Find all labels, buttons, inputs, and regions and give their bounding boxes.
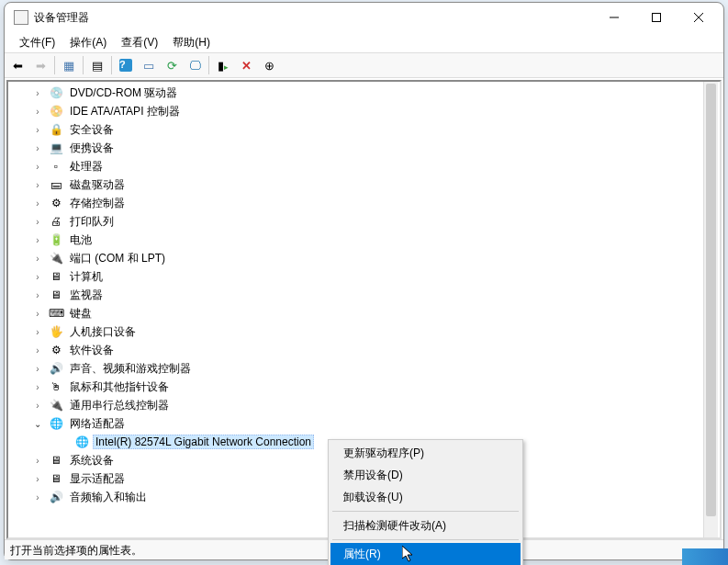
tree-node[interactable]: ›⚙存储控制器 bbox=[8, 194, 720, 212]
uninstall-button[interactable]: ✕ bbox=[235, 54, 257, 76]
chevron-right-icon[interactable]: › bbox=[30, 345, 45, 356]
chevron-right-icon[interactable]: › bbox=[30, 272, 45, 282]
vertical-scrollbar[interactable] bbox=[703, 82, 718, 537]
chevron-right-icon[interactable]: › bbox=[30, 125, 45, 135]
scan-button[interactable]: 🖵 bbox=[184, 54, 206, 76]
enable-button[interactable]: ▮▸ bbox=[212, 54, 234, 76]
device-category-icon: 🔊 bbox=[49, 361, 63, 376]
taskbar-edge bbox=[682, 548, 728, 565]
device-category-icon: 🔌 bbox=[49, 251, 63, 266]
chevron-right-icon[interactable]: › bbox=[30, 401, 45, 411]
properties-button[interactable]: ▤ bbox=[86, 54, 108, 76]
device-category-icon: 🖴 bbox=[49, 177, 63, 192]
device-category-icon: 📀 bbox=[49, 104, 63, 119]
refresh-button[interactable]: ⟳ bbox=[161, 54, 183, 76]
menu-view[interactable]: 查看(V) bbox=[114, 33, 165, 52]
chevron-right-icon[interactable]: › bbox=[30, 107, 45, 117]
tree-node[interactable]: ›🔊声音、视频和游戏控制器 bbox=[8, 359, 720, 378]
tree-icon: ▦ bbox=[63, 59, 74, 73]
tree-node[interactable]: ›🔋电池 bbox=[8, 231, 720, 249]
device-category-icon: ▫ bbox=[49, 159, 63, 174]
chevron-right-icon[interactable]: › bbox=[30, 290, 45, 300]
forward-button[interactable]: ➡ bbox=[29, 54, 51, 76]
ctx-properties[interactable]: 属性(R) bbox=[330, 543, 521, 565]
arrow-right-icon: ➡ bbox=[36, 59, 46, 73]
tree-node[interactable]: ›🖱鼠标和其他指针设备 bbox=[8, 378, 720, 396]
tree-node[interactable]: ›🖥监视器 bbox=[8, 286, 720, 304]
chevron-right-icon[interactable]: › bbox=[30, 327, 45, 337]
device-category-icon: ⚙ bbox=[49, 343, 63, 357]
maximize-button[interactable] bbox=[635, 4, 678, 31]
ctx-update-driver[interactable]: 更新驱动程序(P) bbox=[330, 442, 521, 464]
chevron-right-icon[interactable]: › bbox=[30, 309, 45, 319]
tree-node-label: 存储控制器 bbox=[67, 195, 128, 212]
show-hide-tree-button[interactable]: ▦ bbox=[58, 54, 80, 76]
chevron-right-icon[interactable]: › bbox=[30, 88, 45, 98]
network-adapter-icon: 🌐 bbox=[74, 435, 89, 449]
tree-node[interactable]: ›🖥计算机 bbox=[8, 267, 720, 286]
close-button[interactable] bbox=[678, 4, 720, 31]
tree-node-label: 便携设备 bbox=[67, 140, 117, 157]
chevron-right-icon[interactable]: › bbox=[30, 217, 45, 227]
chevron-right-icon[interactable]: › bbox=[30, 254, 45, 264]
tree-node[interactable]: ›📀IDE ATA/ATAPI 控制器 bbox=[8, 102, 720, 120]
chevron-right-icon[interactable]: › bbox=[30, 492, 45, 503]
tree-child-label: Intel(R) 82574L Gigabit Network Connecti… bbox=[93, 435, 314, 449]
tree-node-label: 网络适配器 bbox=[67, 415, 128, 433]
ctx-scan-hardware[interactable]: 扫描检测硬件改动(A) bbox=[330, 514, 521, 537]
scrollbar-thumb[interactable] bbox=[706, 84, 716, 516]
tree-node-label: 人机接口设备 bbox=[67, 323, 139, 341]
tree-node[interactable]: ›💿DVD/CD-ROM 驱动器 bbox=[8, 84, 720, 102]
device-category-icon: 🔊 bbox=[49, 490, 63, 504]
tree-node[interactable]: ›⚙软件设备 bbox=[8, 341, 720, 359]
back-button[interactable]: ⬅ bbox=[6, 54, 28, 76]
tree-node[interactable]: ›🔌通用串行总线控制器 bbox=[8, 396, 720, 414]
menu-action[interactable]: 操作(A) bbox=[62, 33, 114, 52]
help-button[interactable]: ? bbox=[115, 54, 137, 76]
chevron-right-icon[interactable]: › bbox=[30, 143, 45, 153]
chevron-right-icon[interactable]: › bbox=[30, 180, 45, 190]
chevron-down-icon[interactable]: ⌄ bbox=[30, 419, 45, 429]
menubar: 文件(F) 操作(A) 查看(V) 帮助(H) bbox=[5, 32, 723, 52]
menu-help[interactable]: 帮助(H) bbox=[165, 33, 218, 52]
close-icon bbox=[694, 13, 703, 22]
ctx-disable-device[interactable]: 禁用设备(D) bbox=[330, 464, 521, 486]
tree-node[interactable]: ›🖨打印队列 bbox=[8, 212, 720, 231]
titlebar[interactable]: 设备管理器 bbox=[5, 3, 723, 32]
device-category-icon: 🖥 bbox=[49, 471, 63, 486]
window-title: 设备管理器 bbox=[34, 10, 593, 26]
update-button[interactable]: ⊕ bbox=[258, 54, 280, 76]
minimize-button[interactable] bbox=[593, 4, 635, 31]
chevron-right-icon[interactable]: › bbox=[30, 382, 45, 392]
tree-node-label: DVD/CD-ROM 驱动器 bbox=[67, 85, 180, 102]
chevron-right-icon[interactable]: › bbox=[30, 235, 45, 245]
tree-node[interactable]: ›▫处理器 bbox=[8, 157, 720, 175]
chevron-right-icon[interactable]: › bbox=[30, 456, 45, 466]
chevron-right-icon[interactable]: › bbox=[30, 198, 45, 209]
app-icon bbox=[14, 10, 28, 25]
separator bbox=[111, 56, 112, 74]
tree-node[interactable]: ›💻便携设备 bbox=[8, 139, 720, 157]
tree-node-label: IDE ATA/ATAPI 控制器 bbox=[67, 103, 183, 120]
tree-node-label: 安全设备 bbox=[67, 121, 117, 139]
tree-node-label: 显示适配器 bbox=[67, 470, 128, 488]
tree-node[interactable]: ›🔒安全设备 bbox=[8, 120, 720, 139]
chevron-right-icon[interactable]: › bbox=[30, 162, 45, 172]
menu-file[interactable]: 文件(F) bbox=[12, 33, 62, 52]
tree-node[interactable]: ›⌨键盘 bbox=[8, 304, 720, 322]
tree-node[interactable]: ›🖴磁盘驱动器 bbox=[8, 175, 720, 194]
tree-node-label: 声音、视频和游戏控制器 bbox=[67, 360, 194, 378]
device-category-icon: 💻 bbox=[49, 141, 63, 155]
minimize-icon bbox=[610, 13, 619, 22]
action-button[interactable]: ▭ bbox=[138, 54, 160, 76]
chevron-right-icon[interactable]: › bbox=[30, 474, 45, 484]
chevron-right-icon[interactable]: › bbox=[30, 364, 45, 374]
device-category-icon: 🖥 bbox=[49, 288, 63, 302]
ctx-uninstall-device[interactable]: 卸载设备(U) bbox=[330, 486, 521, 508]
tree-node[interactable]: ›🖐人机接口设备 bbox=[8, 322, 720, 341]
tree-node-label: 软件设备 bbox=[67, 342, 117, 359]
tree-node-label: 通用串行总线控制器 bbox=[67, 397, 172, 414]
tree-node[interactable]: ⌄🌐网络适配器 bbox=[8, 414, 720, 433]
tree-node-label: 键盘 bbox=[67, 305, 95, 322]
tree-node[interactable]: ›🔌端口 (COM 和 LPT) bbox=[8, 249, 720, 267]
